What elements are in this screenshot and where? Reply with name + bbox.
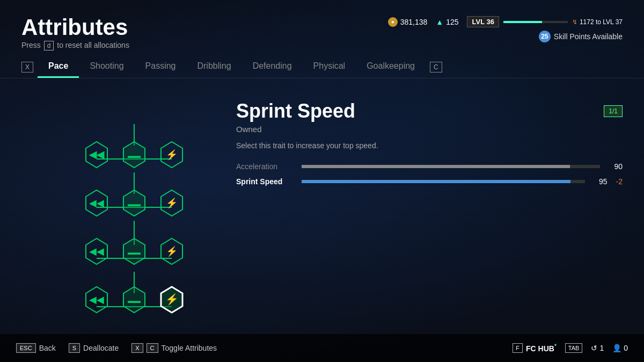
- svg-text:◀◀: ◀◀: [89, 149, 105, 160]
- xp-text: ↯ 1172 to LVL 37: [572, 18, 623, 26]
- reset-key: d: [44, 41, 54, 50]
- sprint-speed-label: Sprint Speed: [236, 177, 295, 186]
- sprint-speed-track: [302, 180, 585, 183]
- svg-text:◀◀: ◀◀: [89, 246, 104, 257]
- acceleration-value: 90: [606, 162, 623, 171]
- title-section: Attributes Press d to reset all allocati…: [21, 16, 129, 50]
- svg-text:◀◀: ◀◀: [89, 198, 104, 208]
- person-section: 👤 0: [612, 344, 628, 352]
- top-stats: ● 381,138 ▲ 125 LVL 36 ↯ 1172 to LVL 37: [388, 16, 623, 42]
- arrow-icon: ↺: [591, 344, 597, 352]
- detail-panel: Sprint Speed 1/1 Owned Select this trait…: [236, 95, 623, 320]
- acceleration-label: Acceleration: [236, 162, 295, 171]
- c-key: C: [147, 343, 158, 353]
- deallocate-action[interactable]: S Deallocate: [69, 343, 119, 353]
- svg-text:◀◀: ◀◀: [89, 294, 104, 305]
- skill-points-row: 25 Skill Points Available: [539, 31, 623, 42]
- svg-text:▬▬: ▬▬: [128, 152, 141, 160]
- coin-icon: ●: [388, 17, 398, 27]
- xp-bar-container: [503, 21, 568, 23]
- tab-defending[interactable]: Defending: [242, 56, 303, 78]
- owned-label: Owned: [236, 125, 623, 134]
- acceleration-row: Acceleration 90: [236, 162, 623, 171]
- esc-key: ESC: [16, 343, 36, 353]
- bottom-left-actions: ESC Back S Deallocate X C Toggle Attribu…: [16, 343, 217, 353]
- back-label: Back: [39, 344, 56, 352]
- tab-pace[interactable]: Pace: [38, 56, 79, 78]
- tab-goalkeeping[interactable]: Goalkeeping: [356, 56, 426, 78]
- trophy-icon: ▲: [436, 18, 443, 26]
- tab-physical[interactable]: Physical: [303, 56, 356, 78]
- skill-points-badge: 25: [539, 31, 551, 42]
- header: Attributes Press d to reset all allocati…: [0, 0, 644, 56]
- sprint-speed-delta: -2: [616, 177, 623, 186]
- fc-hub[interactable]: F FC HUB*: [513, 343, 557, 353]
- skill-points-label: Skill Points Available: [554, 32, 623, 41]
- coins-stat: ● 381,138: [388, 17, 428, 27]
- arrow-section: ↺ 1: [591, 344, 604, 352]
- tab-dribbling[interactable]: Dribbling: [186, 56, 241, 78]
- tab-passing[interactable]: Passing: [135, 56, 187, 78]
- tab-shooting[interactable]: Shooting: [79, 56, 134, 78]
- xp-icon: ↯: [572, 18, 577, 26]
- svg-text:▬▬: ▬▬: [128, 249, 141, 256]
- skill-tree: ◀◀ ⚡ ◀◀ ▬▬ ⚡ ◀◀ ⚡: [21, 95, 204, 320]
- nav-tabs: X Pace Shooting Passing Dribbling Defend…: [0, 56, 644, 78]
- svg-text:⚡: ⚡: [165, 293, 179, 306]
- person-count-value: 0: [624, 344, 628, 352]
- svg-text:⚡: ⚡: [166, 149, 178, 161]
- acceleration-track: [302, 165, 600, 168]
- x-key: X: [131, 343, 143, 353]
- s-key: S: [69, 343, 80, 353]
- svg-text:⚡: ⚡: [166, 245, 178, 257]
- page-title: Attributes: [21, 16, 129, 39]
- skill-name: Sprint Speed: [236, 100, 355, 122]
- f-key: F: [513, 343, 523, 353]
- acceleration-fill: [302, 165, 570, 168]
- toggle-action[interactable]: X C Toggle Attributes: [131, 343, 217, 353]
- sprint-speed-row: Sprint Speed 95 -2: [236, 177, 623, 186]
- svg-text:⚡: ⚡: [166, 197, 178, 209]
- toggle-label: Toggle Attributes: [162, 344, 217, 352]
- trophies-stat: ▲ 125: [436, 18, 458, 26]
- back-action[interactable]: ESC Back: [16, 343, 56, 353]
- owned-badge: 1/1: [604, 105, 623, 117]
- svg-text:▬▬: ▬▬: [128, 200, 141, 208]
- level-badge: LVL 36: [467, 16, 499, 27]
- skill-tree-svg: ◀◀ ⚡ ◀◀ ▬▬ ⚡ ◀◀ ⚡: [54, 95, 215, 331]
- stat-bars: Acceleration 90 Sprint Speed 95 -2: [236, 162, 623, 186]
- skill-name-row: Sprint Speed 1/1: [236, 100, 623, 122]
- bottom-bar: ESC Back S Deallocate X C Toggle Attribu…: [0, 334, 644, 362]
- xp-bar-fill: [503, 21, 542, 23]
- skill-description: Select this trait to increase your top s…: [236, 140, 623, 151]
- sprint-speed-fill: [302, 180, 570, 183]
- bottom-right: F FC HUB* TAB ↺ 1 👤 0: [513, 343, 628, 353]
- nav-right-key: C: [430, 62, 442, 73]
- sprint-speed-value: 95: [591, 177, 608, 186]
- arrow-count: 1: [599, 344, 604, 352]
- reset-hint: Press d to reset all allocations: [21, 41, 129, 50]
- tab-key: TAB: [565, 343, 583, 353]
- main-area: ◀◀ ⚡ ◀◀ ▬▬ ⚡ ◀◀ ⚡: [0, 89, 644, 325]
- stats-row: ● 381,138 ▲ 125 LVL 36 ↯ 1172 to LVL 37: [388, 16, 623, 27]
- svg-text:▬▬: ▬▬: [128, 297, 141, 305]
- deallocate-label: Deallocate: [83, 344, 119, 352]
- level-bar: LVL 36 ↯ 1172 to LVL 37: [467, 16, 623, 27]
- person-icon: 👤: [612, 344, 621, 352]
- fc-hub-label: FC HUB*: [526, 343, 557, 353]
- nav-left-key: X: [21, 62, 33, 73]
